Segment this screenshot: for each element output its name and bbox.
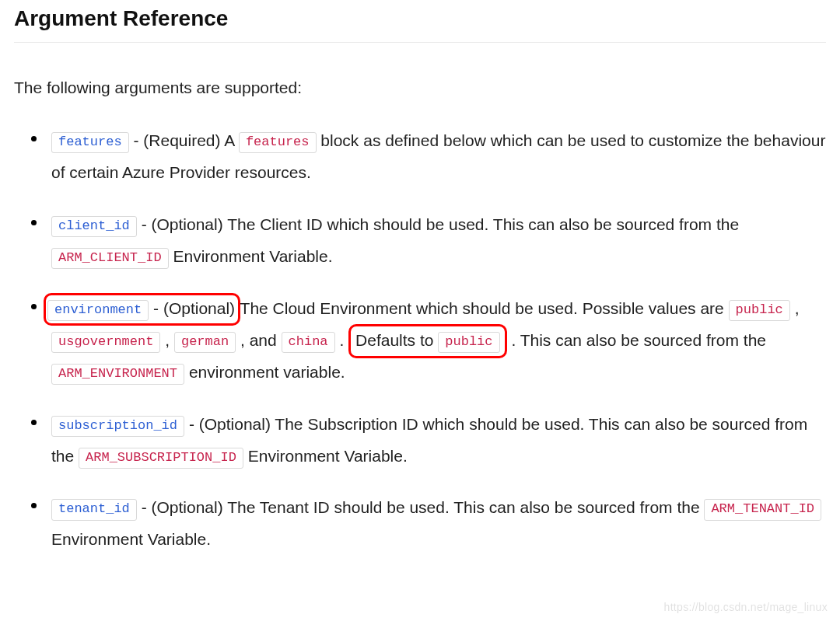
text: - (Optional) The Tenant ID should be use… bbox=[142, 498, 705, 516]
text: , bbox=[165, 331, 174, 349]
text: Environment Variable. bbox=[248, 447, 408, 465]
intro-paragraph: The following arguments are supported: bbox=[14, 78, 826, 97]
argument-list: features - (Required) A features block a… bbox=[14, 125, 826, 556]
arg-name-code: tenant_id bbox=[51, 499, 137, 520]
text: , and bbox=[240, 331, 282, 349]
page: Argument Reference The following argumen… bbox=[0, 0, 840, 621]
arg-name-code: subscription_id bbox=[51, 416, 184, 437]
highlight-box-defaults: Defaults to public bbox=[348, 324, 506, 358]
argument-item-environment: environment - (Optional) The Cloud Envir… bbox=[51, 293, 826, 389]
text: - (Optional) The Client ID which should … bbox=[142, 215, 739, 233]
value-code: usgovernment bbox=[51, 332, 160, 353]
text: The Cloud Environment which should be us… bbox=[240, 299, 729, 317]
argument-item-features: features - (Required) A features block a… bbox=[51, 125, 826, 189]
text: . bbox=[339, 331, 348, 349]
value-code: china bbox=[282, 332, 335, 353]
text: . This can also be sourced from the bbox=[511, 331, 766, 349]
text: Environment Variable. bbox=[173, 247, 332, 265]
arg-name-code: features bbox=[51, 132, 129, 153]
inline-code: features bbox=[239, 132, 317, 153]
text: environment variable. bbox=[189, 363, 345, 381]
text: - (Required) A bbox=[133, 131, 238, 149]
highlight-box-environment: environment - (Optional) bbox=[44, 293, 240, 326]
section-heading: Argument Reference bbox=[14, 6, 826, 31]
watermark: https://blog.csdn.net/mage_linux bbox=[664, 601, 828, 613]
text: - (Optional) bbox=[153, 299, 235, 317]
value-code: german bbox=[174, 332, 236, 353]
default-value-code: public bbox=[438, 332, 499, 353]
env-var-code: ARM_ENVIRONMENT bbox=[51, 364, 184, 385]
text: Defaults to bbox=[355, 331, 438, 349]
argument-item-subscription-id: subscription_id - (Optional) The Subscri… bbox=[51, 409, 826, 473]
arg-name-code: environment bbox=[47, 300, 149, 321]
argument-item-tenant-id: tenant_id - (Optional) The Tenant ID sho… bbox=[51, 492, 826, 556]
env-var-code: ARM_CLIENT_ID bbox=[51, 248, 169, 269]
env-var-code: ARM_SUBSCRIPTION_ID bbox=[79, 448, 243, 469]
env-var-code: ARM_TENANT_ID bbox=[704, 499, 821, 520]
text: , bbox=[795, 299, 800, 317]
text: Environment Variable. bbox=[51, 530, 211, 548]
arg-name-code: client_id bbox=[51, 216, 137, 237]
argument-item-client-id: client_id - (Optional) The Client ID whi… bbox=[51, 209, 826, 273]
divider bbox=[14, 42, 826, 43]
value-code: public bbox=[729, 300, 790, 321]
